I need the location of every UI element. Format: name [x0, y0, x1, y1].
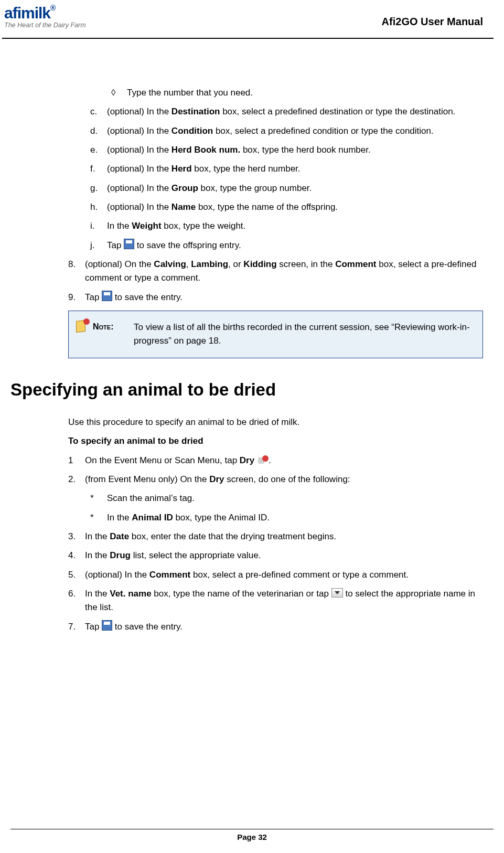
- step-body: (optional) In the Condition box, select …: [107, 124, 483, 138]
- section-intro: Use this procedure to specify an animal …: [68, 415, 483, 429]
- note-text: To view a list of all the births recorde…: [134, 318, 473, 348]
- logo-word: afimilk: [4, 4, 50, 22]
- step-body: In the Vet. name box, type the name of t…: [85, 587, 483, 615]
- marker: e.: [90, 143, 107, 157]
- bullet-type-number: ◊ Type the number that you need.: [68, 86, 483, 100]
- marker: 5.: [68, 568, 85, 582]
- marker: 3.: [68, 530, 85, 543]
- dry-step-1: 1 On the Event Menu or Scan Menu, tap Dr…: [68, 454, 483, 467]
- section-title: Specifying an animal to be dried: [10, 376, 483, 403]
- marker: 1: [68, 454, 85, 467]
- step-9: 9. Tap to save the entry.: [68, 291, 483, 304]
- step-h: h. (optional) In the Name box, type the …: [68, 200, 483, 214]
- star-marker: *: [90, 492, 107, 505]
- section-subhead: To specify an animal to be dried: [68, 434, 483, 448]
- bullet-text: Type the number that you need.: [127, 86, 483, 100]
- logo-registered: ®: [50, 4, 55, 12]
- dry-step-5: 5. (optional) In the Comment box, select…: [68, 568, 483, 582]
- footer: Page 32: [10, 829, 494, 841]
- step-body: (optional) On the Calving, Lambing, or K…: [85, 258, 483, 285]
- step-e: e. (optional) In the Herd Book num. box,…: [68, 143, 483, 157]
- step-f: f. (optional) In the Herd box, type the …: [68, 162, 483, 176]
- dry-step-6: 6. In the Vet. name box, type the name o…: [68, 587, 483, 615]
- marker: h.: [90, 200, 107, 214]
- step-body: (optional) In the Group box, type the gr…: [107, 182, 483, 195]
- step-body: In the Drug list, select the appropriate…: [85, 549, 483, 562]
- step-g: g. (optional) In the Group box, type the…: [68, 182, 483, 195]
- marker: 9.: [68, 291, 85, 304]
- save-icon: [102, 291, 112, 301]
- dry-step-3: 3. In the Date box, enter the date that …: [68, 530, 483, 543]
- note-icon: [75, 318, 90, 333]
- step-d: d. (optional) In the Condition box, sele…: [68, 124, 483, 138]
- dropdown-icon: [331, 588, 343, 598]
- step-body: Scan the animal’s tag.: [107, 492, 483, 505]
- dry-step-2: 2. (from Event Menu only) On the Dry scr…: [68, 473, 483, 486]
- dry-step-4: 4. In the Drug list, select the appropri…: [68, 549, 483, 562]
- marker: 2.: [68, 473, 85, 486]
- step-body: In the Weight box, type the weight.: [107, 219, 483, 233]
- save-icon: [102, 620, 112, 631]
- dry-star-1: * Scan the animal’s tag.: [68, 492, 483, 505]
- step-body: Tap to save the entry.: [85, 620, 483, 634]
- diamond-marker: ◊: [111, 86, 127, 100]
- page: afimilk® The Heart of the Dairy Farm Afi…: [0, 0, 504, 853]
- marker: 8.: [68, 258, 85, 285]
- step-j: j. Tap to save the offspring entry.: [68, 239, 483, 252]
- note-label: Note:: [93, 318, 134, 334]
- marker: c.: [90, 105, 107, 119]
- marker: g.: [90, 182, 107, 195]
- step-body: Tap to save the entry.: [85, 291, 483, 304]
- step-i: i. In the Weight box, type the weight.: [68, 219, 483, 233]
- step-body: (optional) In the Herd Book num. box, ty…: [107, 143, 483, 157]
- note-box: Note: To view a list of all the births r…: [68, 311, 483, 358]
- step-c: c. (optional) In the Destination box, se…: [68, 105, 483, 119]
- step-body: In the Date box, enter the date that the…: [85, 530, 483, 543]
- step-body: (from Event Menu only) On the Dry screen…: [85, 473, 483, 486]
- marker: f.: [90, 162, 107, 176]
- marker: 6.: [68, 587, 85, 615]
- step-body: (optional) In the Herd box, type the her…: [107, 162, 483, 176]
- logo: afimilk® The Heart of the Dairy Farm: [4, 5, 86, 29]
- dry-step-7: 7. Tap to save the entry.: [68, 620, 483, 634]
- step-body: (optional) In the Name box, type the nam…: [107, 200, 483, 214]
- header: afimilk® The Heart of the Dairy Farm Afi…: [2, 0, 494, 39]
- step-body: Tap to save the offspring entry.: [107, 239, 483, 252]
- marker: j.: [90, 239, 107, 252]
- marker: i.: [90, 219, 107, 233]
- logo-text: afimilk®: [4, 5, 86, 21]
- save-icon: [124, 239, 134, 249]
- content: ◊ Type the number that you need. c. (opt…: [0, 39, 504, 634]
- marker: d.: [90, 124, 107, 138]
- dry-icon: [257, 455, 269, 465]
- marker: 4.: [68, 549, 85, 562]
- step-body: (optional) In the Comment box, select a …: [85, 568, 483, 582]
- step-body: On the Event Menu or Scan Menu, tap Dry …: [85, 454, 483, 467]
- document-title: Afi2GO User Manual: [382, 5, 483, 28]
- dry-star-2: * In the Animal ID box, type the Animal …: [68, 511, 483, 525]
- star-marker: *: [90, 511, 107, 525]
- step-8: 8. (optional) On the Calving, Lambing, o…: [68, 258, 483, 285]
- step-body: In the Animal ID box, type the Animal ID…: [107, 511, 483, 525]
- logo-tagline: The Heart of the Dairy Farm: [4, 22, 86, 29]
- marker: 7.: [68, 620, 85, 634]
- page-number: Page 32: [237, 833, 267, 841]
- step-body: (optional) In the Destination box, selec…: [107, 105, 483, 119]
